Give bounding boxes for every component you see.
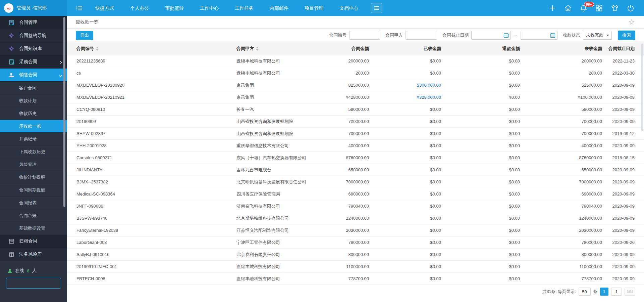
sidebar-item-收款计划[interactable]: 收款计划 (0, 94, 67, 107)
sidebar-item-采购合同[interactable]: 采购合同 (0, 55, 67, 69)
table-row[interactable]: 202211235689盘锦丰城科技有限公司200000.00$0.00$0.0… (67, 55, 644, 67)
cell-party: 盘锦丰城科技有限公司 (236, 261, 322, 273)
theme-shirt-button[interactable] (611, 5, 619, 11)
sidebar-item-合同报表[interactable]: 合同报表 (0, 197, 67, 209)
cell-party: 北京赛利有限责任公司 (236, 249, 322, 261)
sidebar-item-合同知识库[interactable]: 合同知识库 (0, 42, 67, 55)
table-row[interactable]: 20190910-PJFC-001盘锦丰城科技有限公司1100000.00$0.… (67, 261, 644, 273)
nav-item-3[interactable]: 审批流转 (157, 0, 192, 16)
sidebar-item-合同到期提醒[interactable]: 合同到期提醒 (0, 184, 67, 197)
nav-item-4[interactable]: 工作中心 (192, 0, 227, 16)
cell-refund: $0.00 (441, 176, 520, 188)
table-row[interactable]: MXDEVELOP-20210921京讯集团¥428000.00¥328,000… (67, 91, 644, 103)
sidebar-item-客户合同[interactable]: 客户合同 (0, 82, 67, 94)
table-row[interactable]: MXDEVELOP-20180920京讯集团825000.00$300,000.… (67, 79, 644, 91)
nav-item-7[interactable]: 项目管理 (297, 0, 331, 16)
content-scrollbar[interactable] (641, 44, 643, 131)
sidebar-scrollbar[interactable] (63, 17, 65, 207)
nav-item-5[interactable]: 工作任务 (227, 0, 262, 16)
sidebar-item-收款历史[interactable]: 收款历史 (0, 107, 67, 120)
home-button[interactable] (565, 5, 572, 11)
cell-received: $0.00 (369, 200, 441, 212)
sidebar-item-应收款一览[interactable]: 应收款一览 (0, 120, 67, 133)
cell-refund: $0.00 (441, 261, 520, 273)
more-menu-button[interactable] (371, 3, 382, 13)
apps-grid-button[interactable] (596, 5, 602, 11)
sidebar-item-label: 合同知识库 (19, 46, 42, 52)
sidebar-item-收款计划提醒[interactable]: 收款计划提醒 (0, 171, 67, 184)
export-button[interactable]: 导出 (76, 31, 93, 40)
sidebar-item-合同台账[interactable]: 合同台账 (0, 209, 67, 222)
add-button[interactable] (549, 5, 556, 11)
table-row[interactable]: LaborGiant-008宁波巨工管件有限公司780000.00$0.00$0… (67, 236, 644, 249)
favorite-star-icon[interactable] (629, 19, 635, 25)
cell-received: $0.00 (369, 67, 441, 79)
table-row[interactable]: SHYW-092837山西省投资咨询和发展规划院700000.00$0.00$0… (67, 128, 644, 140)
column-header-合同甲方[interactable]: 合同甲方 (236, 42, 322, 55)
cell-deadline: 2020-09-09 (602, 200, 644, 212)
cell-amount: 700000.00 (322, 128, 369, 140)
column-header-合同编号[interactable]: 合同编号 (67, 42, 236, 55)
table-row[interactable]: FRTECH-0008盘锦丰融科技有限公司778700.00$0.00$0.00… (67, 273, 644, 285)
cell-unreceived: 800000.00 (520, 249, 602, 261)
table-row[interactable]: FancyEternal-192039江苏恒义汽配制造有限公司2030000.0… (67, 224, 644, 236)
goto-page-input[interactable] (611, 288, 622, 296)
page-size-input[interactable] (579, 288, 591, 296)
sidebar-item-风险管理[interactable]: 风险管理 (0, 158, 67, 171)
notifications-button[interactable]: 99+ (580, 5, 587, 12)
party-input[interactable] (406, 31, 437, 40)
nav-item-1[interactable]: 快捷方式 (87, 0, 122, 16)
table-row[interactable]: CCYQ-090910长春一汽580000.00$0.00$0.00580000… (67, 103, 644, 116)
table-row[interactable]: Carsales-0809271东风（十堰）汽车热交换器有限公司8760000.… (67, 152, 644, 164)
cell-contract-code: 202211235689 (67, 55, 236, 67)
status-label: 收款状态 (563, 32, 580, 38)
sidebar-item-合同管理[interactable]: 合同管理 (0, 16, 67, 29)
page-button-current[interactable]: 1 (600, 288, 608, 296)
sort-arrows-icon[interactable] (256, 47, 259, 51)
nav-item-8[interactable]: 文档中心 (331, 0, 366, 16)
table-row[interactable]: SallyBJ-0910016北京赛利有限责任公司800000.00$0.00$… (67, 249, 644, 261)
sidebar-item-下属收款历史[interactable]: 下属收款历史 (0, 145, 67, 158)
cell-received[interactable]: $300,000.00 (369, 79, 441, 91)
sidebar-item-法务风险库[interactable]: 法务风险库 (0, 248, 67, 261)
cell-received: $0.00 (369, 164, 441, 176)
sidebar-item-label: 客户合同 (19, 85, 37, 91)
cell-deadline: 2020-09-09 (602, 79, 644, 91)
sidebar-item-合同签约导航[interactable]: 合同签约导航 (0, 29, 67, 42)
page-size-unit: 条 (593, 289, 598, 295)
nav-item-6[interactable]: 内部邮件 (262, 0, 297, 16)
table-row[interactable]: cs盘锦丰城科技有限公司200.00$0.00$0.00200.002022-0… (67, 67, 644, 79)
sidebar-item-label: 合同管理 (19, 19, 37, 26)
sidebar-item-基础数据设置[interactable]: 基础数据设置 (0, 222, 67, 235)
search-button[interactable]: 搜索 (618, 31, 635, 40)
table-row[interactable]: BJMX--2537382北京明讯恒基科技发展有限责任公司7000000.00$… (67, 176, 644, 188)
menu-fold-icon[interactable] (76, 5, 83, 11)
table-row[interactable]: BJSPW-893740北京斯堪帕维科技有限公司1240000.00$0.00$… (67, 212, 644, 224)
top-bar: ∞ 管理员 -信息部 快捷方式个人办公审批流转工作中心工作任务内部邮件项目管理文… (0, 0, 644, 16)
table-row[interactable]: Medical-SC-098364四川省医疗保险管理局690000.00$0.0… (67, 188, 644, 200)
cell-received[interactable]: ¥328,000.00 (369, 91, 441, 103)
cell-unreceived: 1100000.00 (520, 261, 602, 273)
sort-arrows-icon[interactable] (96, 47, 99, 51)
cell-refund: $0.00 (441, 212, 520, 224)
cell-refund: $0.00 (441, 200, 520, 212)
table-row[interactable]: JILINDIANTAI吉林九台市电视台650000.00$0.00$0.006… (67, 164, 644, 176)
date-from-field (471, 31, 511, 40)
sidebar-item-归档合同[interactable]: 归档合同 (0, 235, 67, 248)
sidebar-search-input[interactable] (10, 281, 67, 286)
cell-refund: $0.00 (441, 103, 520, 116)
table-row[interactable]: YHH-20091928重庆华都信息技术有限公司400000.00$0.00$0… (67, 140, 644, 152)
table-row[interactable]: 20190909山西省投资咨询和发展规划院700000.00$0.00$0.00… (67, 116, 644, 128)
go-button[interactable]: GO (625, 288, 635, 296)
table-row[interactable]: JNFF-090086济南奋飞科技有限公司790040.00$0.00$0.00… (67, 200, 644, 212)
nav-item-2[interactable]: 个人办公 (122, 0, 157, 16)
sidebar-search-box (6, 278, 61, 289)
status-select[interactable]: 未收完款 (583, 31, 612, 40)
sidebar-item-销售合同[interactable]: 销售合同 (0, 69, 67, 82)
date-to-input[interactable] (521, 31, 557, 40)
power-logout-button[interactable] (627, 5, 634, 11)
contract-no-input[interactable] (349, 31, 380, 40)
cell-unreceived: 200000.00 (520, 55, 602, 67)
sidebar-item-开票记录[interactable]: 开票记录 (0, 133, 67, 145)
date-from-input[interactable] (471, 31, 511, 40)
